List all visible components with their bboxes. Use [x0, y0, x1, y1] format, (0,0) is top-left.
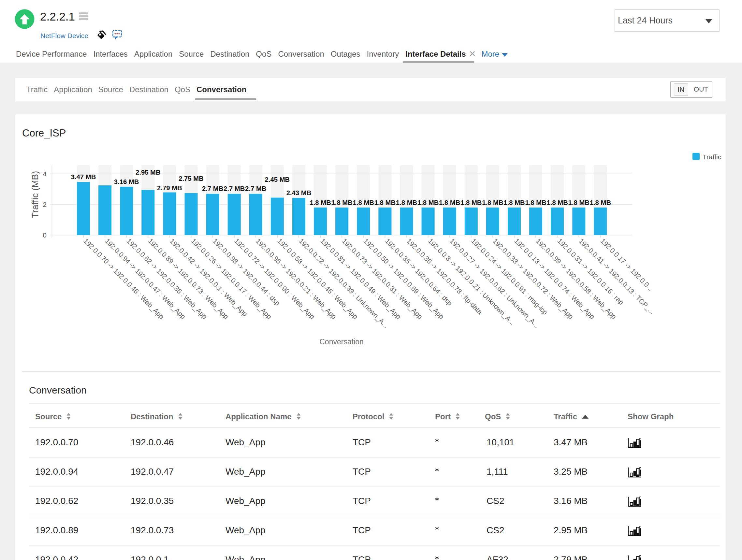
svg-text:2.7 MB: 2.7 MB: [202, 185, 223, 192]
svg-text:192.0.0.62 -> 192.0.0.35 : Web: 192.0.0.62 -> 192.0.0.35 : Web_App: [125, 237, 209, 321]
svg-text:2.7 MB: 2.7 MB: [223, 185, 245, 192]
svg-text:192.0.0.73 -> 192.0.0.31 : Web: 192.0.0.73 -> 192.0.0.31 : Web_App: [340, 237, 424, 321]
svg-text:Traffic (MB): Traffic (MB): [30, 171, 40, 218]
svg-text:3.16 MB: 3.16 MB: [114, 178, 139, 185]
svg-text:192.0.0.36 -> 192.0.0.78 : ftp: 192.0.0.36 -> 192.0.0.78 : ftp-data: [405, 237, 484, 316]
svg-text:192.0.0.42 -> 192.0.0.1 : Web_: 192.0.0.42 -> 192.0.0.1 : Web_App: [168, 237, 249, 318]
svg-text:192.0.0.89 -> 192.0.0.73 : Web: 192.0.0.89 -> 192.0.0.73 : Web_App: [147, 237, 230, 321]
svg-text:1.8 MB: 1.8 MB: [547, 199, 568, 206]
svg-text:Traffic: Traffic: [702, 153, 721, 161]
svg-text:192.0.0.33 -> 192.0.0.72 : Web: 192.0.0.33 -> 192.0.0.72 : Web_App: [491, 237, 575, 321]
svg-text:3.47 MB: 3.47 MB: [71, 173, 96, 180]
svg-text:192.0.0.58 -> 192.0.0.45 : Web: 192.0.0.58 -> 192.0.0.45 : Web_App: [276, 237, 360, 321]
svg-text:192.0.0.72 -> 192.0.0.90 : Web: 192.0.0.72 -> 192.0.0.90 : Web_App: [233, 237, 316, 321]
svg-text:192.0.0.94 -> 192.0.0.47 : Web: 192.0.0.94 -> 192.0.0.47 : Web_App: [104, 237, 188, 321]
svg-text:1.8 MB: 1.8 MB: [396, 199, 417, 206]
svg-text:1.8 MB: 1.8 MB: [568, 199, 589, 206]
svg-text:2.7 MB: 2.7 MB: [245, 185, 266, 192]
svg-text:1.8 MB: 1.8 MB: [310, 199, 331, 206]
svg-text:192.0.0.13 -> 192.0.0.74 : Web: 192.0.0.13 -> 192.0.0.74 : Web_App: [513, 237, 596, 321]
svg-text:2.75 MB: 2.75 MB: [178, 175, 204, 182]
svg-text:Conversation: Conversation: [319, 337, 364, 346]
svg-text:1.8 MB: 1.8 MB: [439, 199, 460, 206]
svg-text:1.8 MB: 1.8 MB: [590, 199, 611, 206]
svg-text:192.0.0.70 -> 192.0.0.46 : Web: 192.0.0.70 -> 192.0.0.46 : Web_App: [82, 237, 165, 321]
svg-text:2: 2: [43, 201, 47, 208]
svg-text:0: 0: [43, 231, 47, 239]
svg-text:1.8 MB: 1.8 MB: [482, 199, 503, 206]
svg-text:192.0.0.50 -> 192.0.0.69 : Web: 192.0.0.50 -> 192.0.0.69 : Web_App: [362, 237, 446, 321]
svg-text:1.8 MB: 1.8 MB: [417, 199, 439, 206]
svg-text:1.8 MB: 1.8 MB: [353, 199, 374, 206]
svg-text:1.8 MB: 1.8 MB: [504, 199, 525, 206]
svg-text:192.0.0.99 -> 192.0.0.58 : Web: 192.0.0.99 -> 192.0.0.58 : Web_App: [534, 237, 618, 321]
svg-text:1.8 MB: 1.8 MB: [331, 199, 353, 206]
svg-text:192.0.0.41 -> 192.0.0.13 : TCP: 192.0.0.41 -> 192.0.0.13 : TCP_...: [577, 237, 656, 316]
svg-text:192.0.0.81 -> 192.0.0.49 : Web: 192.0.0.81 -> 192.0.0.49 : Web_App: [319, 237, 403, 321]
svg-text:1.8 MB: 1.8 MB: [525, 199, 546, 206]
svg-text:2.79 MB: 2.79 MB: [157, 184, 182, 191]
svg-text:2.45 MB: 2.45 MB: [265, 176, 290, 183]
svg-text:192.0.0.24 -> 192.0.0.91 : msg: 192.0.0.24 -> 192.0.0.91 : msg-icp: [470, 237, 549, 316]
svg-text:4: 4: [43, 170, 47, 177]
svg-text:192.0.0.26 -> 192.0.0.17 : Web: 192.0.0.26 -> 192.0.0.17 : Web_App: [190, 237, 273, 321]
svg-text:1.8 MB: 1.8 MB: [461, 199, 482, 206]
svg-text:2.95 MB: 2.95 MB: [136, 169, 161, 176]
svg-text:1.8 MB: 1.8 MB: [374, 199, 395, 206]
svg-text:192.0.0.95 -> 192.0.0.21 : Web: 192.0.0.95 -> 192.0.0.21 : Web_App: [254, 237, 338, 321]
svg-text:2.43 MB: 2.43 MB: [286, 189, 312, 197]
